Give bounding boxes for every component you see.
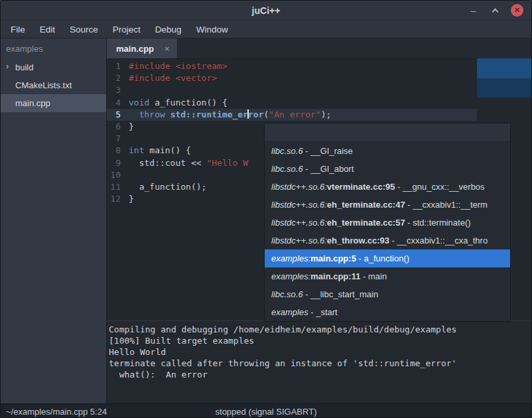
backtrace-row[interactable]: examples:main.cpp:5 - a_function() [265, 249, 510, 267]
line-number: 6 [107, 121, 127, 133]
backtrace-row[interactable]: libstdc++.so.6:eh_throw.cc:93 - __cxxabi… [265, 232, 510, 249]
line-number: 8 [107, 145, 127, 157]
expander-icon[interactable]: › [6, 61, 9, 71]
tree-item-main-cpp[interactable]: main.cpp [1, 94, 106, 112]
backtrace-row[interactable]: libstdc++.so.6:vterminate.cc:95 - __gnu_… [265, 178, 510, 196]
tree-item-build[interactable]: ›build [1, 58, 106, 76]
editor-line-4[interactable]: 4void a_function() { [107, 97, 532, 109]
juci-window: juCi++ – ✕ FileEditSourceProjectDebugWin… [0, 0, 532, 418]
tree-item-label: CMakeLists.txt [15, 80, 72, 90]
backtrace-row[interactable]: libc.so.6 - __libc_start_main [265, 285, 510, 303]
maximize-button[interactable] [489, 4, 501, 17]
backtrace-popup-header [265, 123, 510, 142]
tree-item-label: build [15, 62, 33, 72]
menu-project[interactable]: Project [105, 21, 148, 38]
editor-blue-overlay-top [477, 58, 532, 78]
code-text: } [127, 121, 134, 133]
code-text [127, 133, 129, 145]
backtrace-row[interactable]: examples:main.cpp:11 - main [265, 267, 510, 285]
terminal-line: Hello World [109, 346, 532, 358]
line-number: 7 [107, 133, 127, 145]
tabbar: main.cpp × [107, 38, 532, 59]
code-text: #include <iostream> [127, 60, 228, 72]
tree-item-cmakelists-txt[interactable]: CMakeLists.txt [1, 76, 106, 94]
code-text: int main() { [127, 145, 191, 157]
cursor-location: ~/examples/main.cpp 5:24 [1, 407, 107, 417]
minimize-icon: – [471, 5, 476, 16]
code-text: } [127, 193, 134, 205]
minimize-button[interactable]: – [467, 4, 480, 17]
line-number: 9 [107, 157, 127, 169]
terminal-line: terminate called after throwing an insta… [109, 358, 532, 369]
editor-line-2[interactable]: 2#include <vector> [107, 72, 532, 84]
file-tree: ›buildCMakeLists.txtmain.cpp [1, 58, 106, 112]
window-controls: – ✕ [467, 1, 523, 20]
line-number: 5 [107, 109, 127, 121]
menu-window[interactable]: Window [189, 21, 235, 38]
project-header: examples [1, 38, 106, 58]
editor-blue-overlay-bottom [477, 78, 532, 98]
code-text: throw std::runtime_error("An error"); [127, 109, 331, 121]
backtrace-list: libc.so.6 - __GI_raiselibc.so.6 - __GI_a… [265, 142, 510, 321]
code-text: void a_function() { [127, 97, 228, 109]
menu-file[interactable]: File [3, 21, 33, 38]
editor-line-3[interactable]: 3 [107, 84, 532, 96]
statusbar: stopped (signal SIGABRT) ~/examples/main… [1, 403, 531, 418]
menu-debug[interactable]: Debug [148, 21, 189, 38]
line-number: 12 [107, 193, 127, 205]
close-icon: ✕ [514, 6, 520, 15]
backtrace-popup: libc.so.6 - __GI_raiselibc.so.6 - __GI_a… [264, 123, 511, 322]
titlebar: juCi++ – ✕ [1, 1, 531, 21]
backtrace-row[interactable]: libstdc++.so.6:eh_terminate.cc:47 - __cx… [265, 196, 510, 214]
sidebar: examples ›buildCMakeLists.txtmain.cpp [1, 38, 107, 403]
code-text: #include <vector> [127, 72, 217, 84]
terminal-line: what(): An error [109, 369, 532, 380]
editor-line-1[interactable]: 1#include <iostream> [107, 60, 532, 72]
tab-main-cpp[interactable]: main.cpp × [107, 38, 178, 58]
line-number: 10 [107, 169, 127, 181]
backtrace-row[interactable]: examples - _start [265, 303, 510, 321]
tab-close-icon[interactable]: × [165, 44, 170, 54]
line-number: 2 [107, 72, 127, 84]
menu-edit[interactable]: Edit [33, 21, 62, 38]
code-text [127, 84, 129, 96]
line-number: 1 [107, 60, 127, 72]
menubar: FileEditSourceProjectDebugWindow [1, 21, 531, 38]
code-text: a_function(); [127, 181, 206, 193]
backtrace-row[interactable]: libstdc++.so.6:eh_terminate.cc:57 - std:… [265, 214, 510, 232]
terminal-panel[interactable]: Compiling and debugging /home/eidheim/ex… [107, 320, 532, 403]
backtrace-row[interactable]: libc.so.6 - __GI_abort [265, 160, 510, 178]
line-number: 4 [107, 97, 127, 109]
tree-item-label: main.cpp [15, 98, 50, 108]
terminal-line: [100%] Built target examples [109, 335, 532, 346]
terminal-output: Compiling and debugging /home/eidheim/ex… [109, 324, 532, 380]
terminal-line: Compiling and debugging /home/eidheim/ex… [109, 324, 532, 335]
line-number: 3 [107, 84, 127, 96]
line-number: 11 [107, 181, 127, 193]
maximize-icon [492, 9, 499, 15]
code-text [127, 169, 129, 181]
backtrace-row[interactable]: libc.so.6 - __GI_raise [265, 142, 510, 160]
menu-source[interactable]: Source [62, 21, 105, 38]
tab-label: main.cpp [116, 44, 154, 54]
editor-line-5[interactable]: 5 throw std::runtime_error("An error"); [107, 109, 532, 121]
close-button[interactable]: ✕ [511, 4, 523, 17]
window-title: juCi++ [252, 5, 281, 16]
code-text: std::cout << "Hello W [127, 157, 248, 169]
